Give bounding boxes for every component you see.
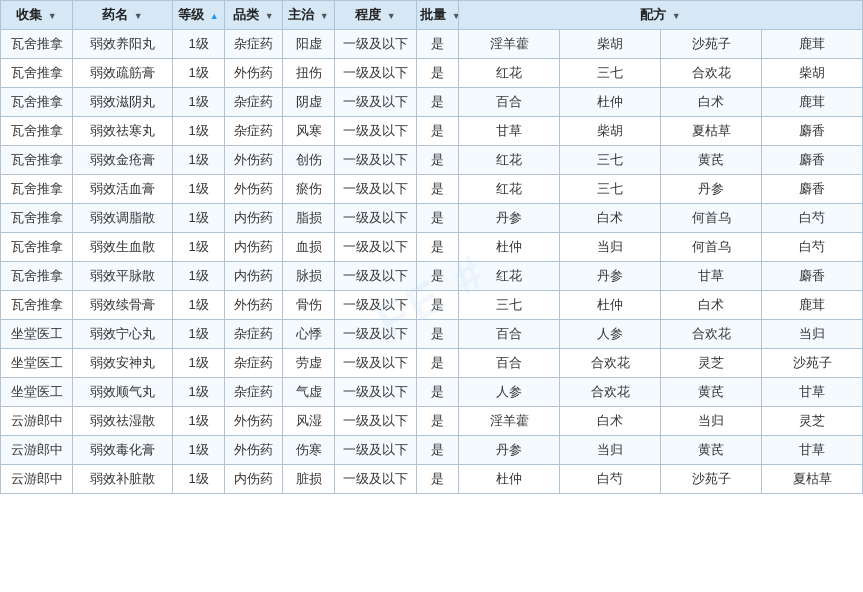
cell-type: 杂症药 [225, 30, 283, 59]
table-row: 云游郎中弱效补脏散1级内伤药脏损一级及以下是杜仲白芍沙苑子夏枯草 [1, 465, 863, 494]
cell-i4: 白芍 [762, 233, 863, 262]
header-type[interactable]: 品类 ▼ [225, 1, 283, 30]
cell-collect: 坐堂医工 [1, 320, 73, 349]
table-row: 瓦舍推拿弱效疏筋膏1级外伤药扭伤一级及以下是红花三七合欢花柴胡 [1, 59, 863, 88]
cell-treat: 创伤 [283, 146, 335, 175]
header-collect-sort-icon: ▼ [48, 11, 57, 21]
cell-i2: 白芍 [560, 465, 661, 494]
cell-type: 内伤药 [225, 233, 283, 262]
cell-i1: 杜仲 [459, 233, 560, 262]
cell-i3: 沙苑子 [661, 30, 762, 59]
cell-i4: 白芍 [762, 204, 863, 233]
cell-type: 杂症药 [225, 117, 283, 146]
cell-treat: 扭伤 [283, 59, 335, 88]
cell-i2: 柴胡 [560, 117, 661, 146]
table-row: 瓦舍推拿弱效生血散1级内伤药血损一级及以下是杜仲当归何首乌白芍 [1, 233, 863, 262]
header-batch-label: 批量 [420, 7, 446, 22]
table-row: 坐堂医工弱效顺气丸1级杂症药气虚一级及以下是人参合欢花黄芪甘草 [1, 378, 863, 407]
cell-i1: 人参 [459, 378, 560, 407]
cell-i2: 三七 [560, 146, 661, 175]
cell-batch: 是 [417, 291, 459, 320]
cell-collect: 云游郎中 [1, 407, 73, 436]
cell-name: 弱效补脏散 [73, 465, 173, 494]
cell-i1: 红花 [459, 59, 560, 88]
cell-level: 1级 [173, 88, 225, 117]
cell-type: 外伤药 [225, 407, 283, 436]
header-treat-sort-icon: ▼ [320, 11, 329, 21]
cell-name: 弱效祛寒丸 [73, 117, 173, 146]
header-name[interactable]: 药名 ▼ [73, 1, 173, 30]
cell-degree: 一级及以下 [335, 262, 417, 291]
cell-degree: 一级及以下 [335, 204, 417, 233]
cell-i3: 合欢花 [661, 59, 762, 88]
cell-i3: 黄芪 [661, 436, 762, 465]
header-batch[interactable]: 批量 ▼ [417, 1, 459, 30]
cell-i4: 鹿茸 [762, 30, 863, 59]
cell-name: 弱效养阳丸 [73, 30, 173, 59]
cell-type: 外伤药 [225, 59, 283, 88]
table-row: 瓦舍推拿弱效活血膏1级外伤药瘀伤一级及以下是红花三七丹参麝香 [1, 175, 863, 204]
cell-collect: 坐堂医工 [1, 378, 73, 407]
medicine-table: 收集 ▼ 药名 ▼ 等级 ▲ 品类 ▼ 主治 ▼ [0, 0, 863, 494]
cell-degree: 一级及以下 [335, 291, 417, 320]
cell-collect: 云游郎中 [1, 465, 73, 494]
cell-name: 弱效调脂散 [73, 204, 173, 233]
cell-treat: 心悸 [283, 320, 335, 349]
cell-i1: 红花 [459, 175, 560, 204]
cell-degree: 一级及以下 [335, 465, 417, 494]
cell-level: 1级 [173, 349, 225, 378]
cell-degree: 一级及以下 [335, 88, 417, 117]
cell-i3: 甘草 [661, 262, 762, 291]
cell-collect: 瓦舍推拿 [1, 175, 73, 204]
cell-i1: 甘草 [459, 117, 560, 146]
cell-type: 内伤药 [225, 465, 283, 494]
cell-i4: 鹿茸 [762, 291, 863, 320]
cell-level: 1级 [173, 117, 225, 146]
cell-i3: 合欢花 [661, 320, 762, 349]
cell-name: 弱效顺气丸 [73, 378, 173, 407]
main-table-container: 收集 ▼ 药名 ▼ 等级 ▲ 品类 ▼ 主治 ▼ [0, 0, 863, 494]
header-degree[interactable]: 程度 ▼ [335, 1, 417, 30]
cell-treat: 瘀伤 [283, 175, 335, 204]
cell-degree: 一级及以下 [335, 436, 417, 465]
cell-level: 1级 [173, 146, 225, 175]
header-recipe[interactable]: 配方 ▼ [459, 1, 863, 30]
cell-i1: 红花 [459, 146, 560, 175]
cell-type: 外伤药 [225, 291, 283, 320]
cell-type: 杂症药 [225, 320, 283, 349]
header-type-label: 品类 [233, 7, 259, 22]
cell-treat: 风湿 [283, 407, 335, 436]
cell-i2: 三七 [560, 59, 661, 88]
cell-batch: 是 [417, 204, 459, 233]
cell-i3: 何首乌 [661, 204, 762, 233]
cell-treat: 骨伤 [283, 291, 335, 320]
table-row: 瓦舍推拿弱效金疮膏1级外伤药创伤一级及以下是红花三七黄芪麝香 [1, 146, 863, 175]
cell-treat: 脏损 [283, 465, 335, 494]
header-collect-label: 收集 [16, 7, 42, 22]
cell-type: 内伤药 [225, 262, 283, 291]
cell-i4: 柴胡 [762, 59, 863, 88]
cell-collect: 瓦舍推拿 [1, 146, 73, 175]
header-treat[interactable]: 主治 ▼ [283, 1, 335, 30]
cell-i4: 麝香 [762, 117, 863, 146]
cell-level: 1级 [173, 407, 225, 436]
cell-name: 弱效续骨膏 [73, 291, 173, 320]
cell-name: 弱效平脉散 [73, 262, 173, 291]
cell-level: 1级 [173, 378, 225, 407]
cell-level: 1级 [173, 233, 225, 262]
header-collect[interactable]: 收集 ▼ [1, 1, 73, 30]
cell-i2: 丹参 [560, 262, 661, 291]
cell-name: 弱效安神丸 [73, 349, 173, 378]
cell-i1: 百合 [459, 349, 560, 378]
table-row: 云游郎中弱效祛湿散1级外伤药风湿一级及以下是淫羊藿白术当归灵芝 [1, 407, 863, 436]
header-level[interactable]: 等级 ▲ [173, 1, 225, 30]
cell-level: 1级 [173, 262, 225, 291]
cell-collect: 瓦舍推拿 [1, 88, 73, 117]
cell-batch: 是 [417, 146, 459, 175]
cell-i1: 百合 [459, 320, 560, 349]
cell-type: 杂症药 [225, 349, 283, 378]
cell-batch: 是 [417, 117, 459, 146]
header-degree-label: 程度 [355, 7, 381, 22]
header-recipe-label: 配方 [640, 7, 666, 22]
cell-i3: 丹参 [661, 175, 762, 204]
